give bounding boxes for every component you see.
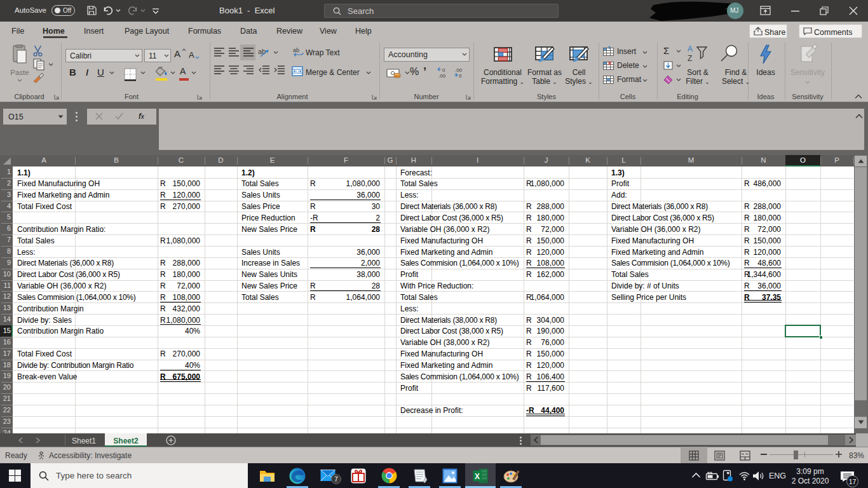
svg-text:Z: Z	[688, 54, 692, 63]
svg-text:.00: .00	[438, 73, 446, 79]
svg-text:A: A	[688, 44, 693, 53]
svg-text:0: 0	[442, 67, 445, 73]
svg-text:.00: .00	[455, 67, 463, 73]
svg-text:ab: ab	[258, 48, 266, 55]
svg-text:ab: ab	[293, 47, 299, 53]
svg-text:0: 0	[459, 73, 462, 79]
svg-text:X: X	[475, 472, 480, 481]
